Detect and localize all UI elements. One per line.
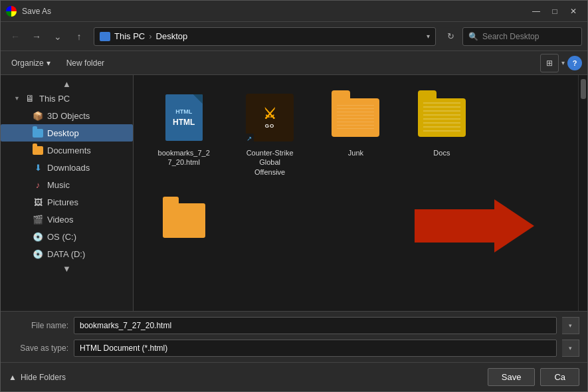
data-d-label: DATA (D:) [47, 249, 85, 259]
downloads-icon: ⬇ [33, 162, 43, 173]
filetype-input[interactable] [74, 340, 557, 357]
filetype-label: Save as type: [9, 343, 68, 353]
back-button[interactable]: ← [6, 27, 25, 46]
close-button[interactable]: ✕ [565, 4, 582, 19]
music-label: Music [47, 180, 70, 190]
sidebar-item-documents[interactable]: Documents [1, 142, 133, 159]
sidebar-item-videos[interactable]: 🎬 Videos [1, 211, 133, 228]
pictures-icon: 🖼 [33, 197, 43, 207]
videos-icon: 🎬 [33, 214, 43, 225]
music-icon: ♪ [33, 179, 43, 190]
desktop-folder-icon [33, 128, 43, 138]
filename-dropdown-button[interactable]: ▾ [562, 317, 579, 334]
drive-c-icon: 💿 [33, 231, 43, 242]
sidebar-item-3d-objects[interactable]: 📦 3D Objects [1, 107, 133, 124]
videos-label: Videos [47, 215, 74, 225]
list-item[interactable] [144, 189, 223, 256]
save-as-dialog: Save As — □ ✕ ← → ⌄ ↑ This PC › Desktop … [0, 0, 588, 392]
bottom-actions-bar: ▲ Hide Folders Save Ca [1, 362, 587, 391]
help-button[interactable]: ? [567, 56, 582, 70]
organize-button[interactable]: Organize ▾ [6, 56, 56, 70]
list-item[interactable]: HTML HTML bookmarks_7_2 7_20.html [144, 86, 223, 182]
pc-icon: 🖥 [25, 93, 35, 104]
collapse-icon: ▲ [9, 373, 17, 382]
hide-folders-toggle[interactable]: ▲ Hide Folders [9, 373, 66, 382]
pictures-label: Pictures [47, 197, 78, 207]
search-icon: 🔍 [468, 32, 478, 41]
desktop-label: Desktop [47, 128, 79, 138]
forward-button[interactable]: → [27, 27, 46, 46]
address-dropdown-icon[interactable]: ▾ [427, 33, 430, 40]
maximize-button[interactable]: □ [546, 4, 563, 19]
sidebar-scroll-up[interactable]: ▲ [1, 78, 133, 90]
location-icon [100, 32, 110, 41]
refresh-button[interactable]: ↻ [441, 27, 460, 46]
up-button[interactable]: ↑ [70, 27, 88, 46]
minimize-button[interactable]: — [528, 4, 545, 19]
address-sep-1: › [149, 31, 151, 41]
hide-folders-label: Hide Folders [21, 373, 66, 382]
sidebar-item-desktop[interactable]: Desktop [1, 124, 133, 142]
3d-objects-icon: 📦 [33, 110, 43, 121]
list-item[interactable]: ⚔ GO ↗ Counter-Strike Global Offensive [230, 86, 309, 182]
filename-input[interactable] [74, 317, 557, 334]
junk-label: Junk [348, 148, 363, 157]
csgo-icon-text: ⚔ GO [263, 106, 276, 130]
address-this-pc: This PC [114, 31, 145, 41]
window-controls: — □ ✕ [528, 4, 582, 19]
this-pc-label: This PC [39, 94, 70, 104]
sidebar-scroll-down[interactable]: ▼ [1, 262, 133, 274]
file-area-wrapper: HTML HTML bookmarks_7_2 7_20.html ⚔ GO [134, 75, 587, 311]
sidebar-wrapper: ▲ ▼ 🖥 This PC 📦 3D Objects [1, 75, 134, 311]
os-c-label: OS (C:) [47, 232, 76, 242]
filetype-dropdown-button[interactable]: ▾ [562, 340, 579, 357]
docs-label: Docs [433, 148, 450, 157]
bookmarks-file-icon-wrap: HTML HTML [157, 91, 211, 144]
view-dropdown-icon[interactable]: ▾ [561, 59, 565, 66]
bottom-section: File name: ▾ Save as type: ▾ [1, 311, 587, 362]
drive-d-icon: 💿 [33, 248, 43, 259]
sidebar-item-data-d[interactable]: 💿 DATA (D:) [1, 245, 133, 262]
sidebar-item-os-c[interactable]: 💿 OS (C:) [1, 228, 133, 245]
main-content: ▲ ▼ 🖥 This PC 📦 3D Objects [1, 75, 587, 311]
filename-row: File name: ▾ [9, 317, 579, 334]
recent-locations-button[interactable]: ⌄ [49, 27, 67, 46]
navigation-toolbar: ← → ⌄ ↑ This PC › Desktop ▾ ↻ 🔍 Search D… [1, 22, 587, 51]
sidebar-item-pictures[interactable]: 🖼 Pictures [1, 193, 133, 211]
action-buttons: Save Ca [488, 368, 579, 386]
list-item[interactable]: Docs [402, 86, 481, 182]
extra-folder-icon-wrap [157, 194, 211, 247]
new-folder-button[interactable]: New folder [61, 56, 110, 70]
file-area-scrollbar[interactable] [578, 75, 587, 311]
actions-bar: Organize ▾ New folder ⊞ ▾ ? [1, 51, 587, 75]
scrollbar-thumb [581, 79, 586, 99]
sidebar-item-music[interactable]: ♪ Music [1, 176, 133, 193]
docs-folder-icon [418, 98, 466, 137]
organize-chevron-icon: ▾ [47, 58, 50, 68]
new-folder-label: New folder [66, 58, 104, 68]
expand-icon: ▼ [14, 95, 21, 102]
extra-folder-icon [163, 203, 205, 238]
sidebar: ▲ ▼ 🖥 This PC 📦 3D Objects [1, 75, 134, 311]
csgo-label: Counter-Strike Global Offensive [246, 148, 294, 177]
junk-folder-icon [332, 98, 379, 137]
filetype-row: Save as type: ▾ [9, 340, 579, 357]
list-item[interactable]: Junk [316, 86, 395, 182]
sidebar-item-downloads[interactable]: ⬇ Downloads [1, 159, 133, 176]
file-area: HTML HTML bookmarks_7_2 7_20.html ⚔ GO [134, 75, 578, 311]
cancel-button[interactable]: Ca [540, 368, 579, 386]
search-bar[interactable]: 🔍 Search Desktop [462, 27, 582, 46]
search-placeholder: Search Desktop [482, 32, 539, 41]
save-button[interactable]: Save [488, 368, 536, 386]
dialog-title: Save As [22, 7, 528, 16]
sidebar-item-this-pc[interactable]: ▼ 🖥 This PC [1, 90, 133, 107]
csgo-icon-wrap: ⚔ GO ↗ [243, 91, 296, 144]
chrome-logo-icon [6, 6, 17, 17]
documents-folder-icon [33, 145, 43, 155]
junk-folder-icon-wrap [329, 91, 382, 144]
downloads-label: Downloads [47, 163, 90, 173]
documents-label: Documents [47, 146, 91, 155]
view-toggle-button[interactable]: ⊞ [540, 54, 559, 72]
address-bar[interactable]: This PC › Desktop ▾ [94, 27, 436, 46]
3d-objects-label: 3D Objects [47, 111, 90, 121]
